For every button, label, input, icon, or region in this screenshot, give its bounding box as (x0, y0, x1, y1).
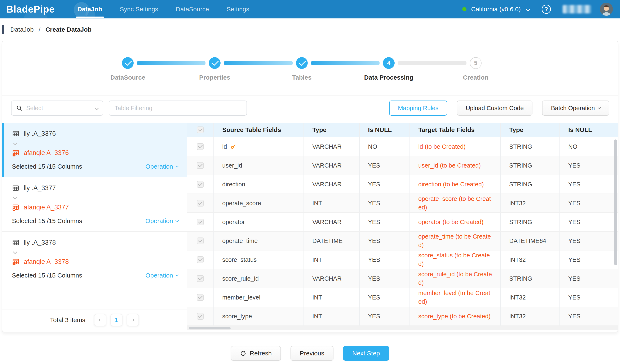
collapse-chevron-icon[interactable] (13, 141, 17, 145)
check-icon (298, 58, 306, 66)
chevron-down-icon[interactable] (526, 7, 530, 11)
horizontal-scrollbar[interactable] (187, 326, 618, 330)
nav-tab-datajob[interactable]: DataJob (68, 0, 111, 18)
mapping-rules-button[interactable]: Mapping Rules (389, 101, 447, 116)
target-table-row: afanqie A_3376 (12, 149, 178, 157)
breadcrumb-parent[interactable]: DataJob (10, 26, 34, 33)
next-page-button[interactable] (127, 314, 139, 326)
step-data-processing: 4Data Processing (357, 57, 420, 81)
next-step-button[interactable]: Next Step (343, 346, 389, 361)
row-checkbox[interactable] (197, 219, 204, 225)
check-icon (211, 58, 219, 66)
operation-link[interactable]: Operation (145, 272, 178, 279)
step-creation: 5Creation (444, 57, 507, 81)
breadcrumb-separator: / (39, 26, 40, 33)
collapse-chevron-icon[interactable] (13, 195, 17, 200)
source-field-cell: operator (214, 213, 304, 231)
row-checkbox[interactable] (197, 238, 204, 244)
source-null-cell: YES (360, 175, 410, 194)
upload-custom-code-button[interactable]: Upload Custom Code (457, 101, 532, 116)
horizontal-scrollbar-thumb[interactable] (189, 327, 231, 329)
previous-button[interactable]: Previous (291, 346, 333, 361)
row-checkbox[interactable] (197, 275, 204, 282)
target-type-cell: INT32 (501, 194, 560, 212)
source-table-row: lly .A_3377 (12, 184, 178, 192)
prev-page-button[interactable] (94, 314, 106, 326)
selected-columns-label: Selected 15 /15 Columns (12, 272, 82, 279)
select-dropdown[interactable]: Select (11, 101, 103, 116)
target-type-cell: DATETIME64 (501, 232, 560, 250)
source-null-cell: NO (360, 137, 410, 156)
source-null-cell: YES (360, 232, 410, 250)
pagination: Total 3 items 1 (2, 310, 187, 330)
region-selector[interactable]: California (v0.6.0) (471, 6, 521, 13)
avatar[interactable] (600, 3, 613, 16)
app-logo: BladePipe (6, 3, 55, 15)
page-button-current[interactable]: 1 (110, 314, 123, 326)
primary-key-icon (230, 144, 236, 150)
source-null-cell: YES (360, 288, 410, 307)
vertical-scrollbar-thumb[interactable] (614, 139, 617, 265)
table-pair-item-lly-a-3377[interactable]: lly .A_3377afanqie A_3377Selected 15 /15… (2, 177, 187, 232)
nav-tab-label: Sync Settings (120, 6, 158, 13)
content-area: lly .A_3376afanqie A_3376Selected 15 /15… (2, 123, 618, 330)
checkbox-cell (187, 137, 214, 156)
nav-tab-datasource[interactable]: DataSource (167, 0, 218, 18)
select-all-checkbox[interactable] (197, 126, 204, 133)
target-null-cell: YES (560, 194, 618, 212)
field-row-user-id: user_idVARCHARYESuser_id (to be Created)… (187, 156, 618, 175)
batch-operation-button[interactable]: Batch Operation (542, 101, 609, 116)
top-navbar: BladePipe DataJobSync SettingsDataSource… (0, 0, 620, 18)
table-icon (12, 130, 19, 137)
step-marker-data-processing: 4 (383, 57, 395, 69)
source-field-cell: operate_score (214, 194, 304, 212)
row-checkbox[interactable] (197, 181, 204, 188)
table-pair-item-lly-a-3376[interactable]: lly .A_3376afanqie A_3376Selected 15 /15… (2, 123, 187, 177)
nav-tab-settings[interactable]: Settings (218, 0, 258, 18)
source-type-cell: VARCHAR (304, 156, 360, 175)
source-type-cell: INT (304, 307, 360, 325)
table-filter-input[interactable] (109, 101, 247, 116)
row-checkbox[interactable] (197, 143, 204, 150)
source-type-cell: VARCHAR (304, 137, 360, 156)
row-checkbox[interactable] (197, 294, 204, 301)
source-field-name: user_id (222, 162, 242, 169)
checkbox-cell (187, 269, 214, 288)
target-null-cell: YES (560, 213, 618, 231)
step-tables: Tables (270, 57, 333, 81)
header-source-type: Type (304, 123, 360, 137)
chevron-right-icon (131, 318, 134, 321)
username-redacted (563, 5, 591, 13)
region-status-dot (462, 7, 466, 11)
item-meta-row: Selected 15 /15 ColumnsOperation (12, 163, 178, 170)
operation-link[interactable]: Operation (145, 163, 178, 170)
checkbox-cell (187, 288, 214, 307)
operation-link[interactable]: Operation (145, 217, 178, 225)
step-number: 4 (387, 60, 390, 66)
checkbox-cell (187, 213, 214, 231)
source-field-cell: member_level (214, 288, 304, 307)
source-field-name: score_type (222, 313, 252, 320)
source-type-cell: DATETIME (304, 232, 360, 250)
nav-tab-sync-settings[interactable]: Sync Settings (111, 0, 167, 18)
row-checkbox[interactable] (197, 256, 204, 263)
table-pair-item-lly-a-3378[interactable]: lly .A_3378afanqie A_3378Selected 15 /15… (2, 232, 187, 286)
checkbox-cell (187, 194, 214, 212)
source-null-cell: YES (360, 194, 410, 212)
row-checkbox[interactable] (197, 200, 204, 207)
step-marker-tables (296, 57, 308, 69)
step-marker-properties (209, 57, 220, 69)
row-checkbox[interactable] (197, 313, 204, 319)
table-create-icon (12, 204, 19, 211)
tables-list: lly .A_3376afanqie A_3376Selected 15 /15… (2, 123, 187, 286)
page-title: Create DataJob (46, 26, 92, 33)
row-checkbox[interactable] (197, 162, 204, 169)
target-type-cell: STRING (501, 156, 560, 175)
field-row-score-rule-id: score_rule_idVARCHARYESscore_rule_id (to… (187, 269, 618, 288)
source-field-name: operate_score (222, 200, 261, 207)
wizard-stepper: DataSourcePropertiesTables4Data Processi… (2, 41, 618, 95)
refresh-button[interactable]: Refresh (231, 346, 281, 361)
help-icon[interactable]: ? (542, 5, 551, 14)
step-number: 5 (474, 60, 477, 66)
collapse-chevron-icon[interactable] (13, 250, 17, 254)
